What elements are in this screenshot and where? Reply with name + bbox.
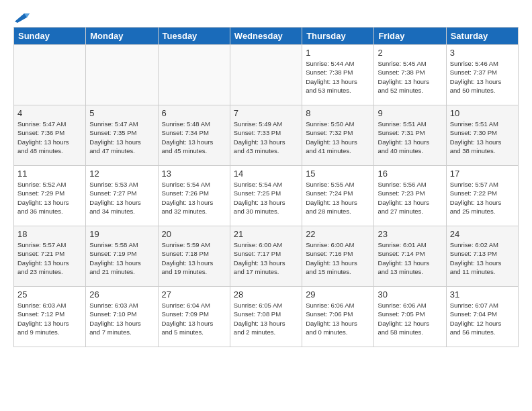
header-monday: Monday: [86, 28, 158, 45]
table-row: 20Sunrise: 5:59 AM Sunset: 7:18 PM Dayli…: [158, 226, 230, 287]
calendar-week-row: 1Sunrise: 5:44 AM Sunset: 7:38 PM Daylig…: [14, 45, 519, 105]
header: [13, 13, 519, 21]
day-number: 8: [306, 108, 370, 118]
table-row: 5Sunrise: 5:47 AM Sunset: 7:35 PM Daylig…: [86, 105, 158, 166]
header-thursday: Thursday: [302, 28, 374, 45]
day-info: Sunrise: 5:56 AM Sunset: 7:23 PM Dayligh…: [378, 180, 442, 216]
table-row: 8Sunrise: 5:50 AM Sunset: 7:32 PM Daylig…: [302, 105, 374, 166]
header-tuesday: Tuesday: [158, 28, 230, 45]
day-number: 25: [17, 289, 82, 300]
calendar-week-row: 18Sunrise: 5:57 AM Sunset: 7:21 PM Dayli…: [14, 226, 519, 287]
day-number: 31: [450, 289, 515, 300]
table-row: 30Sunrise: 6:06 AM Sunset: 7:05 PM Dayli…: [374, 287, 446, 347]
header-sunday: Sunday: [14, 28, 86, 45]
day-info: Sunrise: 5:48 AM Sunset: 7:34 PM Dayligh…: [162, 120, 226, 155]
table-row: 11Sunrise: 5:52 AM Sunset: 7:29 PM Dayli…: [14, 166, 86, 226]
day-number: 29: [306, 289, 370, 300]
day-info: Sunrise: 5:57 AM Sunset: 7:21 PM Dayligh…: [17, 240, 82, 276]
table-row: 28Sunrise: 6:05 AM Sunset: 7:08 PM Dayli…: [230, 287, 302, 347]
day-number: 1: [306, 48, 370, 58]
day-info: Sunrise: 6:00 AM Sunset: 7:17 PM Dayligh…: [234, 240, 298, 276]
day-info: Sunrise: 6:01 AM Sunset: 7:14 PM Dayligh…: [378, 240, 442, 276]
table-row: 10Sunrise: 5:51 AM Sunset: 7:30 PM Dayli…: [446, 105, 518, 166]
calendar-week-row: 25Sunrise: 6:03 AM Sunset: 7:12 PM Dayli…: [14, 287, 519, 347]
day-number: 14: [234, 169, 298, 179]
table-row: 2Sunrise: 5:45 AM Sunset: 7:38 PM Daylig…: [374, 45, 446, 105]
day-number: 4: [17, 108, 82, 118]
day-info: Sunrise: 5:54 AM Sunset: 7:25 PM Dayligh…: [234, 180, 298, 216]
table-row: 27Sunrise: 6:04 AM Sunset: 7:09 PM Dayli…: [158, 287, 230, 347]
calendar-header: Sunday Monday Tuesday Wednesday Thursday…: [14, 28, 519, 45]
day-number: 16: [378, 169, 442, 179]
day-info: Sunrise: 6:06 AM Sunset: 7:05 PM Dayligh…: [378, 301, 442, 336]
table-row: 12Sunrise: 5:53 AM Sunset: 7:27 PM Dayli…: [86, 166, 158, 226]
table-row: 7Sunrise: 5:49 AM Sunset: 7:33 PM Daylig…: [230, 105, 302, 166]
day-number: 13: [162, 169, 226, 179]
table-row: 13Sunrise: 5:54 AM Sunset: 7:26 PM Dayli…: [158, 166, 230, 226]
day-number: 2: [378, 48, 442, 58]
table-row: 19Sunrise: 5:58 AM Sunset: 7:19 PM Dayli…: [86, 226, 158, 287]
day-info: Sunrise: 5:45 AM Sunset: 7:38 PM Dayligh…: [378, 59, 442, 95]
day-info: Sunrise: 5:52 AM Sunset: 7:29 PM Dayligh…: [17, 180, 82, 216]
day-info: Sunrise: 5:46 AM Sunset: 7:37 PM Dayligh…: [450, 59, 515, 95]
calendar-table: Sunday Monday Tuesday Wednesday Thursday…: [13, 27, 519, 347]
day-number: 6: [162, 108, 226, 118]
day-info: Sunrise: 5:57 AM Sunset: 7:22 PM Dayligh…: [450, 180, 515, 216]
day-number: 22: [306, 229, 370, 239]
day-number: 15: [306, 169, 370, 179]
day-info: Sunrise: 5:47 AM Sunset: 7:35 PM Dayligh…: [89, 120, 154, 155]
day-info: Sunrise: 5:59 AM Sunset: 7:18 PM Dayligh…: [162, 240, 226, 276]
day-info: Sunrise: 5:47 AM Sunset: 7:36 PM Dayligh…: [17, 120, 82, 155]
table-row: 24Sunrise: 6:02 AM Sunset: 7:13 PM Dayli…: [446, 226, 518, 287]
day-number: 30: [378, 289, 442, 300]
day-info: Sunrise: 6:03 AM Sunset: 7:10 PM Dayligh…: [89, 301, 154, 336]
day-info: Sunrise: 6:03 AM Sunset: 7:12 PM Dayligh…: [17, 301, 82, 336]
day-info: Sunrise: 5:55 AM Sunset: 7:24 PM Dayligh…: [306, 180, 370, 216]
table-row: 17Sunrise: 5:57 AM Sunset: 7:22 PM Dayli…: [446, 166, 518, 226]
day-number: 3: [450, 48, 515, 58]
page-container: Sunday Monday Tuesday Wednesday Thursday…: [0, 0, 532, 354]
table-row: 18Sunrise: 5:57 AM Sunset: 7:21 PM Dayli…: [14, 226, 86, 287]
weekday-header-row: Sunday Monday Tuesday Wednesday Thursday…: [14, 28, 519, 45]
table-row: 3Sunrise: 5:46 AM Sunset: 7:37 PM Daylig…: [446, 45, 518, 105]
day-number: 28: [234, 289, 298, 300]
day-number: 10: [450, 108, 515, 118]
header-saturday: Saturday: [446, 28, 518, 45]
table-row: 1Sunrise: 5:44 AM Sunset: 7:38 PM Daylig…: [302, 45, 374, 105]
day-info: Sunrise: 6:04 AM Sunset: 7:09 PM Dayligh…: [162, 301, 226, 336]
day-number: 7: [234, 108, 298, 118]
table-row: 25Sunrise: 6:03 AM Sunset: 7:12 PM Dayli…: [14, 287, 86, 347]
day-info: Sunrise: 5:49 AM Sunset: 7:33 PM Dayligh…: [234, 120, 298, 155]
logo-icon: [15, 12, 30, 24]
day-number: 5: [89, 108, 154, 118]
day-number: 11: [17, 169, 82, 179]
table-row: 15Sunrise: 5:55 AM Sunset: 7:24 PM Dayli…: [302, 166, 374, 226]
day-info: Sunrise: 6:02 AM Sunset: 7:13 PM Dayligh…: [450, 240, 515, 276]
day-info: Sunrise: 5:54 AM Sunset: 7:26 PM Dayligh…: [162, 180, 226, 216]
calendar-week-row: 4Sunrise: 5:47 AM Sunset: 7:36 PM Daylig…: [14, 105, 519, 166]
table-row: 31Sunrise: 6:07 AM Sunset: 7:04 PM Dayli…: [446, 287, 518, 347]
day-number: 27: [162, 289, 226, 300]
day-info: Sunrise: 6:07 AM Sunset: 7:04 PM Dayligh…: [450, 301, 515, 336]
day-info: Sunrise: 5:58 AM Sunset: 7:19 PM Dayligh…: [89, 240, 154, 276]
table-row: 29Sunrise: 6:06 AM Sunset: 7:06 PM Dayli…: [302, 287, 374, 347]
day-number: 9: [378, 108, 442, 118]
day-number: 17: [450, 169, 515, 179]
day-info: Sunrise: 5:50 AM Sunset: 7:32 PM Dayligh…: [306, 120, 370, 155]
calendar-week-row: 11Sunrise: 5:52 AM Sunset: 7:29 PM Dayli…: [14, 166, 519, 226]
table-row: 26Sunrise: 6:03 AM Sunset: 7:10 PM Dayli…: [86, 287, 158, 347]
day-number: 18: [17, 229, 82, 239]
day-info: Sunrise: 6:00 AM Sunset: 7:16 PM Dayligh…: [306, 240, 370, 276]
header-friday: Friday: [374, 28, 446, 45]
day-number: 20: [162, 229, 226, 239]
day-info: Sunrise: 6:05 AM Sunset: 7:08 PM Dayligh…: [234, 301, 298, 336]
day-info: Sunrise: 5:44 AM Sunset: 7:38 PM Dayligh…: [306, 59, 370, 95]
day-number: 24: [450, 229, 515, 239]
day-number: 12: [89, 169, 154, 179]
day-number: 21: [234, 229, 298, 239]
table-row: 14Sunrise: 5:54 AM Sunset: 7:25 PM Dayli…: [230, 166, 302, 226]
table-row: 9Sunrise: 5:51 AM Sunset: 7:31 PM Daylig…: [374, 105, 446, 166]
calendar-body: 1Sunrise: 5:44 AM Sunset: 7:38 PM Daylig…: [14, 45, 519, 347]
table-row: 16Sunrise: 5:56 AM Sunset: 7:23 PM Dayli…: [374, 166, 446, 226]
day-info: Sunrise: 6:06 AM Sunset: 7:06 PM Dayligh…: [306, 301, 370, 336]
